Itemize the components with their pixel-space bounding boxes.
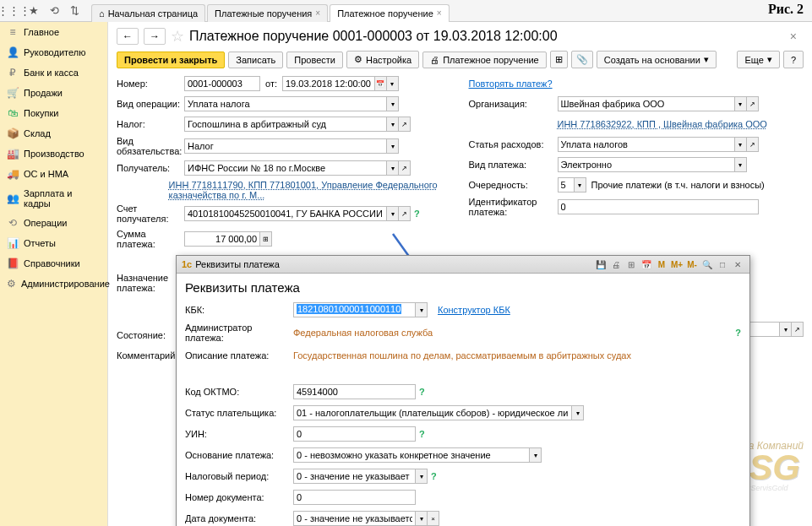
- dropdown-icon[interactable]: ▾: [735, 96, 747, 111]
- open-icon[interactable]: ↗: [399, 206, 411, 221]
- favorite-icon[interactable]: ☆: [171, 27, 184, 46]
- number-input[interactable]: [184, 76, 260, 91]
- tab-list[interactable]: Платежные поручения×: [207, 4, 328, 22]
- sidebar-item[interactable]: ⟲Операции: [0, 213, 107, 233]
- print-icon[interactable]: 🖨: [609, 258, 623, 271]
- close-button[interactable]: ×: [790, 30, 797, 43]
- dropdown-icon[interactable]: ▾: [735, 157, 747, 172]
- docdate-input[interactable]: [293, 511, 416, 526]
- recipient-input[interactable]: [184, 160, 387, 176]
- tab-doc[interactable]: Платежное поручение×: [330, 4, 449, 22]
- m-button[interactable]: М: [655, 258, 668, 271]
- uin-input[interactable]: [293, 426, 416, 442]
- search-icon[interactable]: 🔍: [700, 258, 714, 271]
- reg-button[interactable]: ⊞: [550, 51, 568, 68]
- sidebar-item[interactable]: 📦Склад: [0, 123, 107, 144]
- back-button[interactable]: ←: [117, 28, 139, 45]
- close-icon[interactable]: ×: [315, 8, 320, 18]
- help-icon[interactable]: ?: [419, 387, 425, 397]
- dropdown-icon[interactable]: ▾: [735, 137, 747, 152]
- help-icon[interactable]: ?: [735, 328, 741, 338]
- open-icon[interactable]: ↗: [747, 96, 759, 111]
- open-icon[interactable]: ↗: [399, 117, 411, 132]
- dropdown-icon[interactable]: ▾: [387, 117, 399, 132]
- open-icon[interactable]: ↗: [747, 137, 759, 152]
- status-input[interactable]: [293, 405, 572, 420]
- create-based-button[interactable]: Создать на основании ▾: [597, 51, 717, 68]
- print-button[interactable]: 🖨Платежное поручение: [422, 52, 547, 68]
- sidebar-item[interactable]: 🚚ОС и НМА: [0, 164, 107, 184]
- dropdown-icon[interactable]: ▾: [575, 177, 586, 193]
- id-input[interactable]: [558, 199, 759, 214]
- help-icon[interactable]: ?: [414, 209, 420, 219]
- org-input[interactable]: [558, 96, 735, 111]
- priority-input[interactable]: [558, 177, 575, 193]
- m-plus-button[interactable]: М+: [670, 258, 684, 271]
- sidebar-item[interactable]: ≡Главное: [0, 22, 107, 42]
- dropdown-icon[interactable]: ▾: [780, 322, 792, 337]
- dropdown-icon[interactable]: ▾: [530, 447, 542, 463]
- clear-icon[interactable]: ×: [428, 511, 439, 526]
- help-icon[interactable]: ?: [431, 471, 437, 481]
- maximize-icon[interactable]: □: [716, 258, 729, 271]
- sidebar-item[interactable]: 🛍Покупки: [0, 103, 107, 123]
- settings-button[interactable]: ⚙Настройка: [346, 51, 419, 68]
- calendar-icon[interactable]: 📅: [375, 76, 387, 91]
- attach-button[interactable]: 📎: [571, 51, 593, 68]
- dropdown-icon[interactable]: ▾: [387, 206, 399, 221]
- sidebar-item[interactable]: 📕Справочники: [0, 253, 107, 274]
- date-input[interactable]: [282, 76, 375, 91]
- dropdown-icon[interactable]: ▾: [387, 96, 399, 111]
- post-close-button[interactable]: Провести и закрыть: [117, 52, 225, 68]
- tax-input[interactable]: [184, 117, 387, 132]
- forward-button[interactable]: →: [144, 28, 166, 45]
- calc-icon[interactable]: ⊞: [260, 231, 272, 247]
- repeat-link[interactable]: Повторять платеж?: [469, 79, 553, 89]
- dropdown-icon[interactable]: ▾: [416, 511, 428, 526]
- inn-link[interactable]: ИНН 7718632922, КПП , Швейная фабрика ОО…: [558, 119, 767, 129]
- help-icon[interactable]: ?: [419, 429, 425, 439]
- more-button[interactable]: Еще ▾: [737, 51, 779, 68]
- sidebar-item[interactable]: 👥Зарплата и кадры: [0, 184, 107, 213]
- save-icon[interactable]: 💾: [594, 258, 608, 271]
- dropdown-icon[interactable]: ▾: [416, 302, 428, 317]
- paytype-input[interactable]: [558, 157, 735, 172]
- calendar-icon[interactable]: 📅: [640, 258, 653, 271]
- sidebar-item[interactable]: 🏭Производство: [0, 144, 107, 164]
- m-minus-button[interactable]: М-: [685, 258, 699, 271]
- write-button[interactable]: Записать: [228, 52, 283, 68]
- tab-home[interactable]: ⌂Начальная страница: [91, 4, 205, 22]
- nav-icon[interactable]: ⇅: [66, 3, 83, 19]
- dropdown-icon[interactable]: ▾: [387, 138, 399, 154]
- optype-input[interactable]: [184, 96, 387, 111]
- sidebar-item[interactable]: 🛒Продажи: [0, 83, 107, 103]
- sidebar-item[interactable]: 📊Отчеты: [0, 233, 107, 253]
- open-icon[interactable]: ↗: [399, 160, 411, 176]
- account-input[interactable]: [184, 206, 387, 221]
- amount-input[interactable]: [184, 231, 260, 247]
- help-button[interactable]: ?: [783, 51, 804, 68]
- dropdown-icon[interactable]: ▾: [387, 160, 399, 176]
- kbk-constructor-link[interactable]: Конструктор КБК: [438, 305, 510, 315]
- post-button[interactable]: Провести: [286, 52, 343, 68]
- calc-icon[interactable]: ⊞: [624, 258, 638, 271]
- dropdown-icon[interactable]: ▾: [572, 405, 584, 420]
- close-icon[interactable]: ×: [437, 8, 442, 18]
- history-icon[interactable]: ⟲: [46, 3, 63, 19]
- close-icon[interactable]: ✕: [731, 258, 744, 271]
- dropdown-icon[interactable]: ▾: [416, 469, 428, 484]
- kbk-input[interactable]: 18210801000011000110: [293, 302, 416, 317]
- sidebar-item[interactable]: ₽Банк и касса: [0, 62, 107, 83]
- oktmo-input[interactable]: [293, 384, 416, 399]
- expense-input[interactable]: [558, 137, 735, 152]
- dropdown-icon[interactable]: ▾: [387, 76, 399, 91]
- basis-input[interactable]: [293, 447, 530, 463]
- period-input[interactable]: [293, 469, 416, 484]
- open-icon[interactable]: ↗: [792, 322, 804, 337]
- sidebar-item[interactable]: ⚙Администрирование: [0, 274, 107, 294]
- obl-input[interactable]: [184, 138, 387, 154]
- kpp-link[interactable]: ИНН 7718111790, КПП 771801001, Управлени…: [169, 180, 452, 200]
- apps-icon[interactable]: ⋮⋮⋮: [5, 3, 22, 19]
- docnum-input[interactable]: [293, 490, 416, 505]
- sidebar-item[interactable]: 👤Руководителю: [0, 42, 107, 62]
